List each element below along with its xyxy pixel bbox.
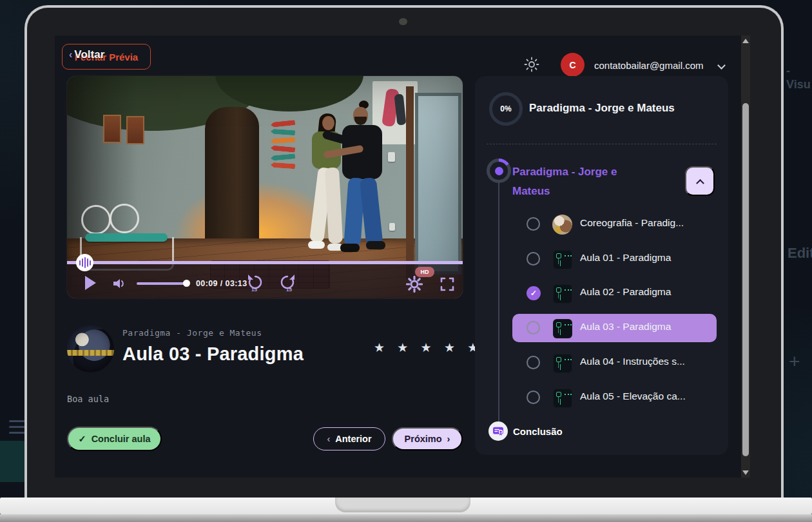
collapse-module-button[interactable] <box>685 166 715 196</box>
lesson-photo-thumb <box>552 215 572 235</box>
lesson-video-thumb <box>553 284 572 304</box>
lesson-label: Aula 04 - Instruções s... <box>580 356 685 367</box>
complete-lesson-button[interactable]: ✓ Concluir aula <box>67 427 162 451</box>
lesson-label: Aula 03 - Paradigma <box>580 321 671 333</box>
lesson-row-aula-01[interactable]: Aula 01 - Paradigma <box>475 245 728 273</box>
lesson-video-thumb <box>553 319 572 338</box>
volume-icon[interactable] <box>112 276 128 291</box>
course-progress-ring: 0% <box>489 92 523 126</box>
lesson-row-aula-02[interactable]: ✓ Aula 02 - Paradigma <box>475 279 728 307</box>
certificate-icon <box>492 425 505 438</box>
svg-text:15: 15 <box>251 287 257 293</box>
radio-unchecked-icon[interactable] <box>527 391 540 404</box>
scrollbar[interactable] <box>741 35 750 478</box>
volume-slider-handle[interactable] <box>183 280 190 287</box>
laptop-base-shadow <box>0 514 812 522</box>
sun-icon <box>524 57 539 72</box>
lesson-thumbnail-avatar <box>67 325 114 372</box>
screenshot-stage: Pa Edit -Visu + Fechar Prévia ‹Voltar C … <box>0 0 812 522</box>
lesson-video-thumb <box>553 354 572 373</box>
chevron-right-icon: › <box>447 434 450 444</box>
lesson-description: Boa aula <box>67 394 109 404</box>
progress-percent: 0% <box>500 104 511 113</box>
course-playlist-panel: 0% Paradigma - Jorge e Mateus Paradigma … <box>475 76 728 455</box>
app-screen: Fechar Prévia ‹Voltar C contatobailar@gm… <box>55 35 750 478</box>
check-icon: ✓ <box>78 434 86 444</box>
scrollbar-up-arrow[interactable] <box>741 35 750 46</box>
course-title: Paradigma - Jorge e Mateus <box>529 102 675 115</box>
lesson-label: Aula 02 - Paradigma <box>580 286 671 298</box>
lesson-label: Aula 05 - Elevação ca... <box>580 391 686 402</box>
radio-checked-icon[interactable]: ✓ <box>527 286 541 300</box>
background-clipped-text-topright: -Visu <box>786 64 812 92</box>
radio-unchecked-icon[interactable] <box>527 252 540 266</box>
lesson-video-thumb <box>553 250 572 269</box>
lesson-row-aula-04[interactable]: Aula 04 - Instruções s... <box>475 349 728 377</box>
background-plus-button: + <box>789 351 800 372</box>
scrollbar-down-arrow[interactable] <box>741 467 750 478</box>
lesson-row-aula-05[interactable]: Aula 05 - Elevação ca... <box>475 383 728 412</box>
lesson-row-aula-03-selected[interactable]: Aula 03 - Paradigma <box>475 314 728 342</box>
complete-label: Concluir aula <box>92 434 151 444</box>
video-player[interactable]: 00:09 / 03:13 15 15 HD <box>67 76 463 298</box>
module-title-line2: Mateus <box>512 185 550 197</box>
lesson-title: Aula 03 - Paradigma <box>122 343 304 365</box>
radio-unchecked-icon[interactable] <box>527 217 540 231</box>
previous-button[interactable]: ‹ Anterior <box>313 427 385 450</box>
fullscreen-icon[interactable] <box>440 276 455 292</box>
radio-unchecked-icon[interactable] <box>527 356 540 369</box>
user-email[interactable]: contatobailar@gmail.com <box>594 60 703 71</box>
laptop-base-notch <box>335 498 470 512</box>
scrollbar-thumb[interactable] <box>742 103 749 456</box>
volume-slider[interactable] <box>137 282 187 285</box>
radio-unchecked-icon[interactable] <box>527 321 540 334</box>
back-chevron-icon: ‹ <box>69 49 72 60</box>
laptop-camera <box>399 18 407 25</box>
chevron-up-icon <box>696 179 704 187</box>
video-time: 00:09 / 03:13 <box>196 279 247 288</box>
course-subtitle: Paradigma - Jorge e Mateus <box>122 328 262 338</box>
settings-gear-icon[interactable] <box>406 276 423 293</box>
next-button[interactable]: Próximo › <box>392 427 463 450</box>
svg-text:15: 15 <box>286 287 292 293</box>
lesson-video-thumb <box>553 389 572 408</box>
conclusion-row[interactable] <box>488 421 508 441</box>
video-progress-bar[interactable] <box>67 261 463 264</box>
lesson-label: Aula 01 - Paradigma <box>580 252 671 264</box>
background-menu-icon <box>9 420 26 438</box>
user-avatar[interactable]: C <box>561 53 585 77</box>
theme-toggle-button[interactable] <box>523 55 541 73</box>
lesson-row-coreografia[interactable]: Coreografia - Paradig... <box>475 210 728 238</box>
module-progress-icon <box>487 159 511 183</box>
rating-stars[interactable]: ★ ★ ★ ★ ★ <box>374 340 464 355</box>
module-title-line1: Paradigma - Jorge e <box>512 166 617 178</box>
forward-15-icon[interactable]: 15 <box>278 273 296 293</box>
background-clipped-text-right: Edit <box>788 245 812 262</box>
back-label: Voltar <box>74 48 104 61</box>
chevron-down-icon[interactable] <box>717 61 726 70</box>
module-title[interactable]: Paradigma - Jorge e Mateus <box>512 162 661 201</box>
rewind-15-icon[interactable]: 15 <box>246 273 264 293</box>
chevron-left-icon: ‹ <box>327 434 330 444</box>
divider <box>487 144 717 144</box>
lesson-label: Coreografia - Paradig... <box>580 217 684 229</box>
next-label: Próximo <box>405 434 442 444</box>
play-button[interactable] <box>85 276 96 290</box>
previous-label: Anterior <box>335 434 371 444</box>
video-scrubber-handle[interactable] <box>76 254 93 271</box>
back-button[interactable]: ‹Voltar <box>69 48 104 61</box>
conclusion-label: Conclusão <box>513 426 563 437</box>
